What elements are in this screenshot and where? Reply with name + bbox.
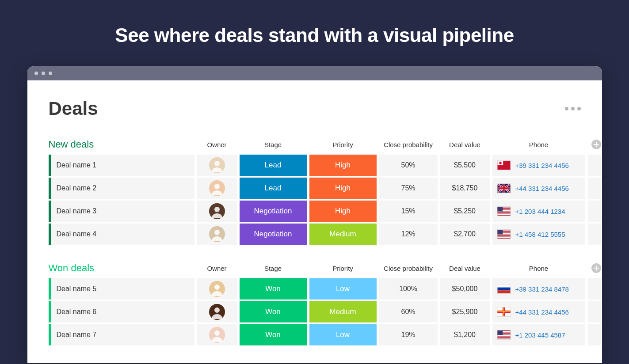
svg-rect-49 xyxy=(497,311,510,312)
close-probability-cell[interactable]: 75% xyxy=(379,178,438,199)
priority-cell[interactable]: Medium xyxy=(309,301,377,322)
phone-cell[interactable]: +44 331 234 4456 xyxy=(492,178,585,199)
deal-name-cell[interactable]: Deal name 2 xyxy=(49,178,194,199)
phone-cell[interactable]: +39 331 234 8478 xyxy=(492,278,585,300)
deal-value-cell[interactable]: $5,250 xyxy=(440,201,490,222)
trailing-cell xyxy=(588,301,601,322)
stage-cell[interactable]: Lead xyxy=(240,155,307,176)
flag-icon xyxy=(497,307,511,317)
plus-icon xyxy=(594,265,599,271)
deal-name-cell[interactable]: Deal name 4 xyxy=(49,224,194,245)
close-probability-cell[interactable]: 19% xyxy=(379,324,438,345)
avatar-icon xyxy=(209,157,225,173)
close-probability-cell[interactable]: 12% xyxy=(379,224,438,245)
svg-rect-31 xyxy=(497,237,510,238)
table-row[interactable]: Deal name 7 Won Low 19% $1,200 +1 203 44… xyxy=(49,324,581,345)
priority-cell[interactable]: Medium xyxy=(309,224,377,245)
stage-cell[interactable]: Negotiation xyxy=(240,224,307,245)
phone-link[interactable]: +1 458 412 5555 xyxy=(515,231,565,238)
svg-rect-56 xyxy=(497,335,510,336)
group-new-deals: New deals Owner Stage Priority Close pro… xyxy=(49,139,581,245)
deal-name-cell[interactable]: Deal name 5 xyxy=(49,278,194,300)
page-title: Deals xyxy=(49,98,98,119)
column-header-phone[interactable]: Phone xyxy=(492,265,585,272)
phone-cell[interactable]: +44 331 234 4456 xyxy=(492,301,585,322)
priority-cell[interactable]: High xyxy=(309,155,377,176)
table-row[interactable]: Deal name 6 Won Medium 60% $25,900 +44 3… xyxy=(49,301,581,322)
phone-link[interactable]: +44 331 234 4456 xyxy=(515,308,569,316)
phone-cell[interactable]: +39 331 234 4456 xyxy=(492,155,585,176)
priority-cell[interactable]: High xyxy=(309,201,377,222)
stage-cell[interactable]: Won xyxy=(240,278,307,300)
svg-rect-5 xyxy=(499,163,501,164)
svg-rect-59 xyxy=(497,330,503,335)
svg-rect-30 xyxy=(497,236,510,237)
priority-cell[interactable]: High xyxy=(309,178,377,199)
close-probability-cell[interactable]: 50% xyxy=(379,155,438,176)
deal-value-cell[interactable]: $2,700 xyxy=(440,224,490,245)
svg-rect-57 xyxy=(497,337,510,337)
phone-cell[interactable]: +1 203 444 1234 xyxy=(492,201,585,222)
add-column-button[interactable] xyxy=(591,263,601,273)
phone-link[interactable]: +39 331 234 8478 xyxy=(515,285,569,293)
priority-cell[interactable]: Low xyxy=(309,278,377,300)
phone-link[interactable]: +1 203 445 4587 xyxy=(515,331,565,339)
owner-cell[interactable] xyxy=(197,201,237,222)
table-row[interactable]: Deal name 3 Negotiation High 15% $5,250 … xyxy=(49,201,581,222)
column-header-deal-value[interactable]: Deal value xyxy=(440,265,490,272)
owner-cell[interactable] xyxy=(197,301,237,322)
deal-value-cell[interactable]: $1,200 xyxy=(440,324,490,345)
table-row[interactable]: Deal name 5 Won Low 100% $50,000 +39 331… xyxy=(49,278,581,300)
column-header-close-prob[interactable]: Close probability xyxy=(379,265,438,272)
deal-value-cell[interactable]: $25,900 xyxy=(440,301,490,322)
owner-cell[interactable] xyxy=(197,278,237,300)
close-probability-cell[interactable]: 15% xyxy=(379,201,438,222)
deal-name-cell[interactable]: Deal name 6 xyxy=(49,301,194,322)
column-header-priority[interactable]: Priority xyxy=(309,141,377,148)
svg-rect-21 xyxy=(497,214,510,215)
column-header-phone[interactable]: Phone xyxy=(492,141,585,148)
column-header-owner[interactable]: Owner xyxy=(197,265,237,272)
column-header-deal-value[interactable]: Deal value xyxy=(440,141,490,148)
svg-rect-29 xyxy=(497,235,510,235)
owner-cell[interactable] xyxy=(197,224,237,245)
owner-cell[interactable] xyxy=(197,155,237,176)
phone-link[interactable]: +39 331 234 4456 xyxy=(515,162,569,169)
owner-cell[interactable] xyxy=(197,178,237,199)
deal-value-cell[interactable]: $50,000 xyxy=(440,278,490,300)
avatar-icon xyxy=(209,203,225,219)
close-probability-cell[interactable]: 100% xyxy=(379,278,438,300)
avatar-icon xyxy=(209,327,225,343)
column-header-stage[interactable]: Stage xyxy=(240,265,307,272)
phone-cell[interactable]: +1 203 445 4587 xyxy=(492,324,585,345)
stage-cell[interactable]: Negotiation xyxy=(240,201,307,222)
group-won-deals: Won deals Owner Stage Priority Close pro… xyxy=(49,262,581,345)
stage-cell[interactable]: Lead xyxy=(240,178,307,199)
phone-link[interactable]: +44 331 234 4456 xyxy=(515,185,569,192)
add-column-button[interactable] xyxy=(591,140,601,149)
more-options-button[interactable] xyxy=(565,107,581,110)
table-row[interactable]: Deal name 1 Lead High 50% $5,500 +39 331… xyxy=(49,155,581,176)
deal-name-cell[interactable]: Deal name 7 xyxy=(49,324,194,345)
owner-cell[interactable] xyxy=(197,324,237,345)
priority-cell[interactable]: Low xyxy=(309,324,377,345)
table-row[interactable]: Deal name 4 Negotiation Medium 12% $2,70… xyxy=(49,224,581,245)
column-header-priority[interactable]: Priority xyxy=(309,265,377,272)
close-probability-cell[interactable]: 60% xyxy=(379,301,438,322)
stage-cell[interactable]: Won xyxy=(240,324,307,345)
table-row[interactable]: Deal name 2 Lead High 75% $18,750 +44 33… xyxy=(49,178,581,199)
group-title[interactable]: New deals xyxy=(49,139,194,150)
deal-name-cell[interactable]: Deal name 3 xyxy=(49,201,194,222)
deal-name-cell[interactable]: Deal name 1 xyxy=(49,155,194,176)
deal-value-cell[interactable]: $5,500 xyxy=(440,155,490,176)
trailing-cell xyxy=(588,278,601,300)
svg-rect-37 xyxy=(497,290,510,293)
group-title[interactable]: Won deals xyxy=(49,262,194,274)
stage-cell[interactable]: Won xyxy=(240,301,307,322)
column-header-stage[interactable]: Stage xyxy=(240,141,307,148)
column-header-close-prob[interactable]: Close probability xyxy=(379,141,438,148)
phone-cell[interactable]: +1 458 412 5555 xyxy=(492,224,585,245)
column-header-owner[interactable]: Owner xyxy=(197,141,237,148)
deal-value-cell[interactable]: $18,750 xyxy=(440,178,490,199)
phone-link[interactable]: +1 203 444 1234 xyxy=(515,208,565,215)
